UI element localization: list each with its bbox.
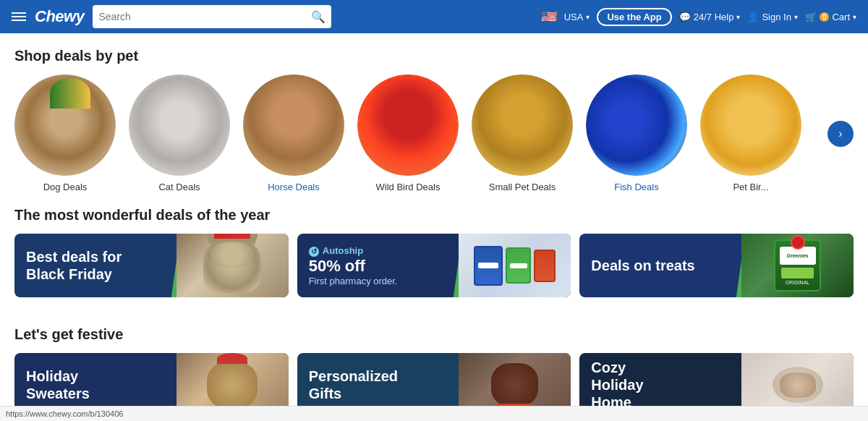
deal-card-blackfriday-content: Best deals forBlack Friday — [14, 238, 133, 293]
country-selector[interactable]: USA ▾ — [564, 12, 590, 22]
pet-circle-fish — [586, 75, 687, 176]
pet-label-horse: Horse Deals — [268, 182, 320, 192]
chevron-down-icon: ▾ — [736, 13, 740, 21]
deals-grid: Best deals forBlack Friday — [14, 234, 854, 297]
autoship-label: ↺ Autoship — [309, 245, 398, 257]
pet-item-petbird[interactable]: Pet Bir... — [700, 75, 801, 192]
festive-gifts-title: PersonalizedGifts — [309, 367, 398, 402]
pet-label-petbird: Pet Bir... — [733, 182, 768, 192]
pet-label-smallpet: Small Pet Deals — [489, 182, 556, 192]
header: Chewy 🔍 🇺🇸 USA ▾ Use the App 💬 24/7 Help… — [0, 0, 868, 33]
festive-sweaters-title: HolidaySweaters — [26, 367, 90, 402]
pet-circle-petbird — [700, 75, 801, 176]
pet-label-fish: Fish Deals — [614, 182, 658, 192]
pet-circle-smallpet — [472, 75, 573, 176]
menu-icon[interactable] — [12, 12, 26, 21]
pet-circle-wildbird — [357, 75, 459, 176]
cart-icon: 🛒 — [805, 12, 817, 22]
pet-item-dog[interactable]: Dog Deals — [14, 75, 116, 192]
deal-card-treats-content: Deals on treats — [579, 247, 706, 284]
user-icon: 👤 — [747, 12, 759, 22]
pet-item-horse[interactable]: Horse Deals — [243, 75, 344, 192]
deal-autoship-image — [459, 234, 571, 297]
cart-badge: 0 — [820, 12, 830, 22]
use-app-button[interactable]: Use the App — [597, 8, 671, 26]
chewy-logo: Chewy — [35, 7, 84, 26]
pet-circles-list: Dog Deals Cat Deals Horse Deals Wild Bir… — [14, 75, 822, 192]
deal-treats-text: Deals on treats — [591, 257, 694, 274]
help-button[interactable]: 💬 24/7 Help ▾ — [679, 12, 741, 22]
autoship-percent: 50% off — [309, 257, 398, 276]
deal-blackfriday-text: Best deals forBlack Friday — [26, 248, 122, 283]
url-bar: https://www.chewy.com/b/130406 — [0, 406, 868, 421]
signin-button[interactable]: 👤 Sign In ▾ — [747, 12, 797, 22]
main-content: Shop deals by pet Dog Deals Cat Deals — [0, 33, 868, 421]
festive-gifts-content: PersonalizedGifts — [297, 357, 409, 412]
wonderful-deals-title: The most wonderful deals of the year — [14, 192, 854, 234]
shop-deals-title: Shop deals by pet — [14, 33, 854, 75]
pet-item-smallpet[interactable]: Small Pet Deals — [472, 75, 573, 192]
chat-icon: 💬 — [679, 12, 691, 22]
deal-card-autoship[interactable]: ↺ Autoship 50% off First pharmacy order. — [297, 234, 571, 297]
cart-button[interactable]: 🛒 0 Cart ▾ — [805, 12, 856, 22]
deal-card-blackfriday[interactable]: Best deals forBlack Friday — [14, 234, 289, 297]
chevron-down-icon: ▾ — [586, 13, 590, 21]
flag-icon: 🇺🇸 — [541, 9, 557, 25]
header-right: 🇺🇸 USA ▾ Use the App 💬 24/7 Help ▾ 👤 Sig… — [541, 8, 856, 26]
pet-circles-container: Dog Deals Cat Deals Horse Deals Wild Bir… — [14, 75, 854, 192]
search-button[interactable]: 🔍 — [311, 10, 326, 24]
pet-circle-dog — [14, 75, 116, 176]
search-bar: 🔍 — [93, 5, 331, 28]
search-input[interactable] — [98, 11, 311, 22]
chevron-down-icon: ▾ — [853, 13, 856, 21]
pet-label-cat: Cat Deals — [158, 182, 200, 192]
festive-home-title: CozyHolidayHome — [591, 359, 643, 411]
pet-label-wildbird: Wild Bird Deals — [376, 182, 441, 192]
pet-circle-cat — [129, 75, 230, 176]
pet-label-dog: Dog Deals — [43, 182, 88, 192]
festive-sweaters-content: HolidaySweaters — [14, 357, 101, 412]
festive-title: Let's get festive — [14, 312, 854, 353]
pet-circle-horse — [243, 75, 344, 176]
pet-item-fish[interactable]: Fish Deals — [586, 75, 687, 192]
pet-item-wildbird[interactable]: Wild Bird Deals — [357, 75, 459, 192]
festive-home-content: CozyHolidayHome — [579, 353, 655, 417]
deal-treats-image: Greenies ORIGINAL — [741, 234, 854, 297]
autoship-subtitle: First pharmacy order. — [309, 276, 398, 286]
pet-item-cat[interactable]: Cat Deals — [129, 75, 230, 192]
deal-card-autoship-content: ↺ Autoship 50% off First pharmacy order. — [297, 235, 409, 297]
chevron-down-icon: ▾ — [794, 13, 798, 21]
deal-blackfriday-image — [176, 234, 289, 297]
next-button[interactable]: › — [827, 121, 854, 147]
deal-card-treats[interactable]: Deals on treats Greenies ORIGINAL — [579, 234, 854, 297]
